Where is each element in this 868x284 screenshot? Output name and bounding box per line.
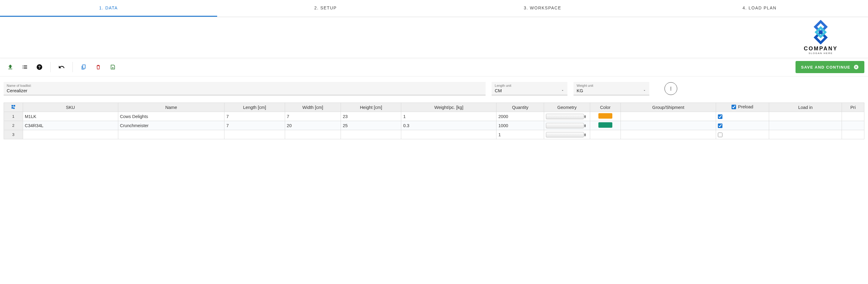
logo-slogan-text: SLOGAN HERE [809, 52, 833, 55]
cell-quantity[interactable]: 2000 [496, 112, 544, 121]
header-geometry[interactable]: Geometry [544, 103, 590, 112]
stepper-icon[interactable]: ▲▼ [584, 133, 588, 137]
cell-color[interactable] [590, 121, 621, 130]
cell-color[interactable] [590, 130, 621, 139]
cell-group[interactable] [621, 121, 716, 130]
cell-length[interactable]: 7 [224, 121, 285, 130]
loadlist-name-input[interactable] [7, 87, 483, 93]
undo-button[interactable] [55, 62, 68, 73]
cell-sku[interactable] [23, 130, 118, 139]
list-button[interactable] [18, 62, 32, 73]
cell-width[interactable]: 7 [285, 112, 341, 121]
delete-icon [95, 64, 101, 70]
more-vert-icon [668, 86, 674, 91]
cell-group[interactable] [621, 112, 716, 121]
table-row: 2C34R34LCrunchmeister720250.31000▲▼ [4, 121, 864, 130]
loadlist-table-wrap: SKU Name Length [cm] Width [cm] Height [… [4, 103, 864, 139]
cell-group[interactable] [621, 130, 716, 139]
cell-length[interactable] [224, 130, 285, 139]
cell-preload[interactable] [716, 130, 769, 139]
table-settings-button[interactable] [4, 103, 23, 112]
cell-name[interactable] [118, 130, 224, 139]
weight-unit-field[interactable]: Weight unit KG [574, 82, 649, 95]
help-button[interactable]: ? [33, 62, 46, 73]
more-options-button[interactable] [664, 82, 677, 95]
cell-width[interactable] [285, 130, 341, 139]
tab-loadplan[interactable]: 4. LOAD PLAN [651, 0, 868, 17]
tab-workspace[interactable]: 3. WORKSPACE [434, 0, 651, 17]
cell-color[interactable] [590, 112, 621, 121]
copy-button[interactable] [77, 62, 90, 73]
cell-weight[interactable]: 0.3 [401, 121, 496, 130]
cell-loadin[interactable] [769, 121, 842, 130]
geometry-selector[interactable] [546, 132, 584, 138]
loadlist-name-field[interactable]: Name of loadlist: [4, 82, 486, 95]
header-preload[interactable]: Preload [716, 103, 769, 112]
copy-icon [81, 64, 87, 70]
cell-height[interactable]: 23 [341, 112, 401, 121]
header-length[interactable]: Length [cm] [224, 103, 285, 112]
save-disk-icon [110, 64, 116, 70]
form-row: Name of loadlist: Length unit CM Weight … [0, 77, 868, 98]
header-weight[interactable]: Weight/pc. [kg] [401, 103, 496, 112]
loadlist-table: SKU Name Length [cm] Width [cm] Height [… [4, 103, 864, 139]
cell-sku[interactable]: M1LK [23, 112, 118, 121]
cell-preload[interactable] [716, 121, 769, 130]
save-button-label: SAVE AND CONTINUE [801, 65, 850, 69]
cell-width[interactable]: 20 [285, 121, 341, 130]
header-group[interactable]: Group/Shipment [621, 103, 716, 112]
header-width[interactable]: Width [cm] [285, 103, 341, 112]
cell-priority[interactable] [842, 112, 864, 121]
stepper-icon[interactable]: ▲▼ [584, 124, 588, 127]
cell-weight[interactable] [401, 130, 496, 139]
header-color[interactable]: Color [590, 103, 621, 112]
geometry-selector[interactable] [546, 114, 584, 119]
cell-geometry[interactable]: ▲▼ [544, 130, 590, 139]
preload-checkbox[interactable] [718, 133, 722, 137]
length-unit-field[interactable]: Length unit CM [492, 82, 567, 95]
cell-sku[interactable]: C34R34L [23, 121, 118, 130]
chevron-down-icon [561, 89, 564, 92]
tab-setup[interactable]: 2. SETUP [217, 0, 434, 17]
geometry-selector[interactable] [546, 123, 584, 129]
cell-priority[interactable] [842, 121, 864, 130]
save-and-continue-button[interactable]: SAVE AND CONTINUE [796, 61, 864, 73]
save-disk-button[interactable] [106, 62, 120, 73]
stepper-icon[interactable]: ▲▼ [584, 115, 588, 118]
chevron-down-icon [643, 89, 646, 92]
upload-icon [7, 64, 14, 70]
preload-checkbox[interactable] [718, 123, 722, 128]
header-priority[interactable]: Pri [842, 103, 864, 112]
header-height[interactable]: Height [cm] [341, 103, 401, 112]
color-swatch[interactable] [598, 122, 612, 128]
cell-geometry[interactable]: ▲▼ [544, 112, 590, 121]
row-number[interactable]: 2 [4, 121, 23, 130]
preload-checkbox[interactable] [718, 114, 722, 119]
cell-loadin[interactable] [769, 112, 842, 121]
upload-button[interactable] [4, 62, 17, 73]
header-loadin[interactable]: Load in [769, 103, 842, 112]
cell-height[interactable] [341, 130, 401, 139]
header-quantity[interactable]: Quantity [496, 103, 544, 112]
row-number[interactable]: 3 [4, 130, 23, 139]
cell-preload[interactable] [716, 112, 769, 121]
cell-loadin[interactable] [769, 130, 842, 139]
cell-priority[interactable] [842, 130, 864, 139]
svg-point-5 [112, 67, 114, 68]
delete-button[interactable] [92, 62, 105, 73]
cell-height[interactable]: 25 [341, 121, 401, 130]
toolbar-divider [50, 62, 51, 72]
cell-name[interactable]: Crunchmeister [118, 121, 224, 130]
tab-data[interactable]: 1. DATA [0, 0, 217, 17]
header-sku[interactable]: SKU [23, 103, 118, 112]
preload-header-checkbox[interactable] [732, 105, 736, 109]
cell-quantity[interactable]: 1000 [496, 121, 544, 130]
cell-weight[interactable]: 1 [401, 112, 496, 121]
cell-geometry[interactable]: ▲▼ [544, 121, 590, 130]
cell-name[interactable]: Cows Delights [118, 112, 224, 121]
color-swatch[interactable] [598, 113, 612, 119]
cell-quantity[interactable]: 1 [496, 130, 544, 139]
cell-length[interactable]: 7 [224, 112, 285, 121]
row-number[interactable]: 1 [4, 112, 23, 121]
header-name[interactable]: Name [118, 103, 224, 112]
